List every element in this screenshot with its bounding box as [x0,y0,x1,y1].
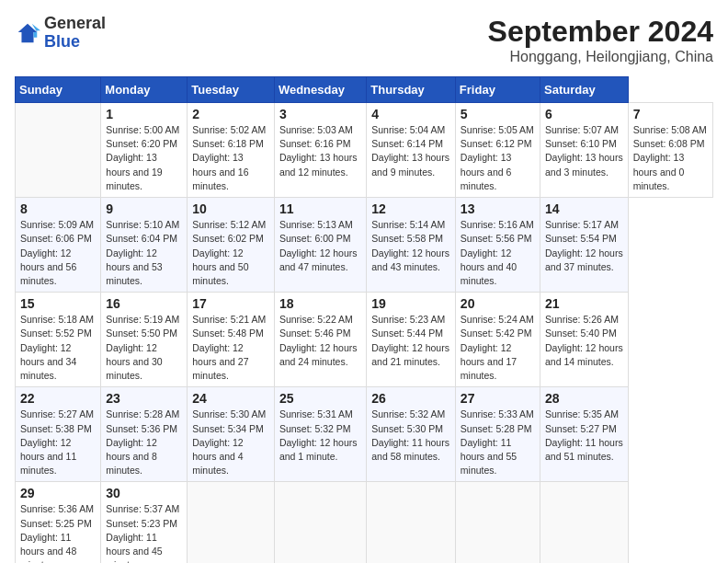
weekday-header: Sunday [16,77,101,103]
day-info: Sunrise: 5:17 AMSunset: 5:54 PMDaylight:… [545,218,623,274]
calendar-cell: 2Sunrise: 5:02 AMSunset: 6:18 PMDaylight… [188,103,275,198]
calendar-cell [367,482,456,563]
day-info: Sunrise: 5:37 AMSunset: 5:23 PMDaylight:… [106,502,182,563]
calendar-week-row: 22Sunrise: 5:27 AMSunset: 5:38 PMDayligh… [16,387,713,482]
calendar-cell: 22Sunrise: 5:27 AMSunset: 5:38 PMDayligh… [16,387,101,482]
calendar-cell: 11Sunrise: 5:13 AMSunset: 6:00 PMDayligh… [274,198,366,293]
day-info: Sunrise: 5:05 AMSunset: 6:12 PMDaylight:… [461,123,535,193]
day-number: 9 [106,201,182,216]
calendar-cell: 7Sunrise: 5:08 AMSunset: 6:08 PMDaylight… [628,103,712,198]
calendar-cell: 3Sunrise: 5:03 AMSunset: 6:16 PMDaylight… [274,103,366,198]
calendar-cell: 6Sunrise: 5:07 AMSunset: 6:10 PMDaylight… [540,103,629,198]
day-number: 17 [192,296,269,311]
calendar-cell: 19Sunrise: 5:23 AMSunset: 5:44 PMDayligh… [367,293,456,387]
day-info: Sunrise: 5:19 AMSunset: 5:50 PMDaylight:… [106,313,182,383]
calendar-cell [274,482,366,563]
calendar-cell: 24Sunrise: 5:30 AMSunset: 5:34 PMDayligh… [188,387,275,482]
logo-text: General Blue [44,15,106,52]
day-info: Sunrise: 5:35 AMSunset: 5:27 PMDaylight:… [545,408,623,464]
day-number: 7 [633,107,708,121]
day-info: Sunrise: 5:02 AMSunset: 6:18 PMDaylight:… [192,123,269,193]
day-number: 26 [371,391,450,406]
day-info: Sunrise: 5:23 AMSunset: 5:44 PMDaylight:… [371,313,450,369]
calendar-week-row: 29Sunrise: 5:36 AMSunset: 5:25 PMDayligh… [16,482,713,563]
calendar-cell: 26Sunrise: 5:32 AMSunset: 5:30 PMDayligh… [367,387,456,482]
weekday-header: Tuesday [188,77,275,103]
day-info: Sunrise: 5:21 AMSunset: 5:48 PMDaylight:… [192,313,269,383]
day-number: 20 [461,296,535,311]
calendar-cell: 25Sunrise: 5:31 AMSunset: 5:32 PMDayligh… [274,387,366,482]
day-info: Sunrise: 5:03 AMSunset: 6:16 PMDaylight:… [279,123,361,179]
day-number: 22 [20,391,96,406]
day-info: Sunrise: 5:33 AMSunset: 5:28 PMDaylight:… [461,408,535,477]
day-info: Sunrise: 5:04 AMSunset: 6:14 PMDaylight:… [371,123,450,179]
calendar-cell: 30Sunrise: 5:37 AMSunset: 5:23 PMDayligh… [101,482,188,563]
day-info: Sunrise: 5:28 AMSunset: 5:36 PMDaylight:… [106,408,182,477]
calendar-cell [540,482,629,563]
day-number: 25 [279,391,361,406]
day-number: 15 [20,296,96,311]
day-info: Sunrise: 5:14 AMSunset: 5:58 PMDaylight:… [371,218,450,274]
weekday-header: Friday [455,77,540,103]
day-info: Sunrise: 5:08 AMSunset: 6:08 PMDaylight:… [633,123,708,193]
day-number: 13 [461,201,535,216]
calendar-cell: 12Sunrise: 5:14 AMSunset: 5:58 PMDayligh… [367,198,456,293]
day-number: 27 [461,391,535,406]
logo-blue: Blue [44,32,80,51]
calendar-cell: 10Sunrise: 5:12 AMSunset: 6:02 PMDayligh… [188,198,275,293]
day-number: 1 [106,107,182,121]
calendar-cell: 15Sunrise: 5:18 AMSunset: 5:52 PMDayligh… [16,293,101,387]
day-info: Sunrise: 5:12 AMSunset: 6:02 PMDaylight:… [192,218,269,288]
day-info: Sunrise: 5:13 AMSunset: 6:00 PMDaylight:… [279,218,361,274]
logo: General Blue [15,15,106,52]
day-number: 11 [279,201,361,216]
day-info: Sunrise: 5:31 AMSunset: 5:32 PMDaylight:… [279,408,361,464]
day-info: Sunrise: 5:32 AMSunset: 5:30 PMDaylight:… [371,408,450,464]
weekday-header: Monday [101,77,188,103]
day-number: 21 [545,296,623,311]
calendar-cell: 9Sunrise: 5:10 AMSunset: 6:04 PMDaylight… [101,198,188,293]
page-header: General Blue September 2024 Honggang, He… [15,15,713,65]
day-info: Sunrise: 5:27 AMSunset: 5:38 PMDaylight:… [20,408,96,477]
calendar-cell [455,482,540,563]
day-info: Sunrise: 5:10 AMSunset: 6:04 PMDaylight:… [106,218,182,288]
calendar-week-row: 8Sunrise: 5:09 AMSunset: 6:06 PMDaylight… [16,198,713,293]
day-info: Sunrise: 5:18 AMSunset: 5:52 PMDaylight:… [20,313,96,383]
location-subtitle: Honggang, Heilongjiang, China [488,49,713,65]
day-number: 5 [461,107,535,121]
calendar-cell: 4Sunrise: 5:04 AMSunset: 6:14 PMDaylight… [367,103,456,198]
day-info: Sunrise: 5:24 AMSunset: 5:42 PMDaylight:… [461,313,535,383]
title-area: September 2024 Honggang, Heilongjiang, C… [488,15,713,65]
calendar-cell: 20Sunrise: 5:24 AMSunset: 5:42 PMDayligh… [455,293,540,387]
day-number: 12 [371,201,450,216]
day-number: 28 [545,391,623,406]
day-number: 10 [192,201,269,216]
calendar-cell: 14Sunrise: 5:17 AMSunset: 5:54 PMDayligh… [540,198,629,293]
day-info: Sunrise: 5:26 AMSunset: 5:40 PMDaylight:… [545,313,623,369]
calendar-header-row: SundayMondayTuesdayWednesdayThursdayFrid… [16,77,713,103]
day-number: 4 [371,107,450,121]
day-number: 24 [192,391,269,406]
calendar-cell: 23Sunrise: 5:28 AMSunset: 5:36 PMDayligh… [101,387,188,482]
calendar-cell: 28Sunrise: 5:35 AMSunset: 5:27 PMDayligh… [540,387,629,482]
month-title: September 2024 [488,15,713,49]
day-number: 18 [279,296,361,311]
day-info: Sunrise: 5:22 AMSunset: 5:46 PMDaylight:… [279,313,361,369]
day-info: Sunrise: 5:16 AMSunset: 5:56 PMDaylight:… [461,218,535,288]
calendar-cell: 1Sunrise: 5:00 AMSunset: 6:20 PMDaylight… [101,103,188,198]
day-number: 8 [20,201,96,216]
logo-general: General [44,14,106,32]
day-number: 29 [20,486,96,500]
calendar-cell: 16Sunrise: 5:19 AMSunset: 5:50 PMDayligh… [101,293,188,387]
calendar-cell: 21Sunrise: 5:26 AMSunset: 5:40 PMDayligh… [540,293,629,387]
calendar-week-row: 15Sunrise: 5:18 AMSunset: 5:52 PMDayligh… [16,293,713,387]
day-number: 30 [106,486,182,500]
day-number: 3 [279,107,361,121]
calendar-cell: 29Sunrise: 5:36 AMSunset: 5:25 PMDayligh… [16,482,101,563]
calendar-cell: 18Sunrise: 5:22 AMSunset: 5:46 PMDayligh… [274,293,366,387]
calendar-cell: 27Sunrise: 5:33 AMSunset: 5:28 PMDayligh… [455,387,540,482]
day-info: Sunrise: 5:09 AMSunset: 6:06 PMDaylight:… [20,218,96,288]
day-number: 16 [106,296,182,311]
calendar-cell: 8Sunrise: 5:09 AMSunset: 6:06 PMDaylight… [16,198,101,293]
weekday-header: Wednesday [274,77,366,103]
